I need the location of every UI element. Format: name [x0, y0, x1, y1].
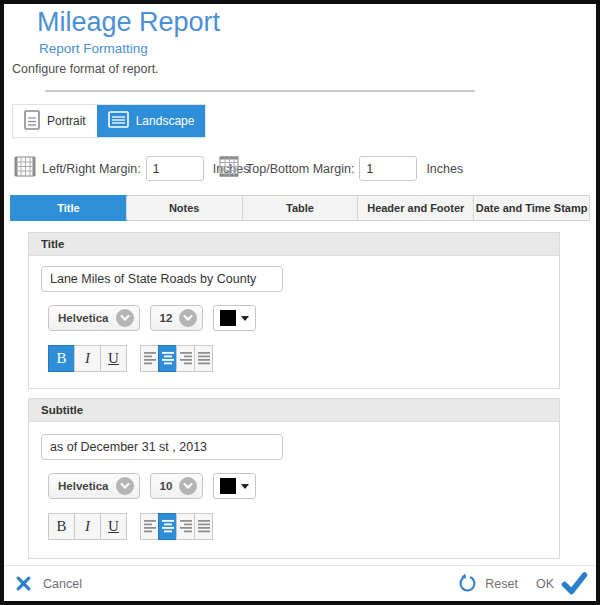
title-font-family-value: Helvetica	[58, 312, 109, 324]
format-tabs: Title Notes Table Header and Footer Date…	[10, 195, 590, 221]
dropdown-arrow-icon	[241, 316, 249, 321]
subtitle-text-input[interactable]	[41, 434, 283, 460]
chevron-down-icon	[116, 477, 134, 495]
page-description: Configure format of report.	[12, 62, 159, 76]
top-bottom-margin-group: Top/Bottom Margin: Inches	[218, 154, 463, 183]
reset-icon[interactable]	[457, 573, 478, 594]
subtitle-bold-button[interactable]: B	[48, 513, 75, 540]
portrait-button[interactable]: Portrait	[13, 105, 97, 137]
tab-title[interactable]: Title	[10, 195, 127, 221]
subtitle-align-right-button[interactable]	[176, 513, 195, 540]
portrait-label: Portrait	[47, 114, 86, 128]
title-font-color-picker[interactable]	[213, 305, 256, 331]
cancel-button[interactable]: Cancel	[43, 577, 82, 591]
ok-check-icon[interactable]	[561, 572, 588, 595]
row-margin-grid-icon	[218, 154, 240, 183]
landscape-button[interactable]: Landscape	[97, 105, 206, 137]
title-italic-button[interactable]: I	[74, 345, 101, 372]
left-right-margin-input[interactable]	[146, 156, 204, 181]
title-section-heading: Title	[29, 233, 559, 256]
left-right-margin-group: Left/Right Margin: Inches	[14, 154, 250, 183]
orientation-toggle: Portrait Landscape	[12, 104, 206, 138]
title-section: Title Helvetica 12 B I U	[28, 232, 560, 389]
subtitle-align-justify-button[interactable]	[194, 513, 213, 540]
subtitle-section: Subtitle Helvetica 10 B I U	[28, 398, 560, 559]
subtitle-style-row: B I U	[48, 513, 213, 540]
tab-date-and-time-stamp[interactable]: Date and Time Stamp	[473, 196, 589, 220]
title-font-size-value: 12	[160, 312, 173, 324]
title-align-center-button[interactable]	[158, 345, 177, 372]
top-bottom-margin-units: Inches	[426, 162, 463, 176]
subtitle-align-group	[140, 513, 213, 540]
top-bottom-margin-label: Top/Bottom Margin:	[246, 162, 354, 176]
chevron-down-icon	[116, 309, 134, 327]
color-swatch	[220, 310, 236, 326]
page-subtitle: Report Formatting	[39, 41, 148, 56]
top-bottom-margin-input[interactable]	[359, 156, 417, 181]
title-font-size-dropdown[interactable]: 12	[150, 305, 204, 331]
title-align-left-button[interactable]	[140, 345, 159, 372]
subtitle-font-row: Helvetica 10	[48, 473, 256, 499]
ok-button[interactable]: OK	[536, 577, 554, 591]
title-align-group	[140, 345, 213, 372]
subtitle-align-center-button[interactable]	[158, 513, 177, 540]
subtitle-underline-button[interactable]: U	[100, 513, 127, 540]
title-align-justify-button[interactable]	[194, 345, 213, 372]
left-right-margin-label: Left/Right Margin:	[42, 162, 141, 176]
dialog-footer: Cancel Reset OK	[4, 565, 596, 601]
landscape-label: Landscape	[136, 114, 195, 128]
subtitle-font-size-value: 10	[160, 480, 173, 492]
subtitle-font-family-value: Helvetica	[58, 480, 109, 492]
subtitle-section-heading: Subtitle	[29, 399, 559, 422]
title-align-right-button[interactable]	[176, 345, 195, 372]
title-font-family-dropdown[interactable]: Helvetica	[48, 305, 140, 331]
page-title: Mileage Report	[37, 7, 220, 38]
chevron-down-icon	[179, 309, 197, 327]
tab-table[interactable]: Table	[242, 196, 358, 220]
chevron-down-icon	[179, 477, 197, 495]
landscape-page-icon	[108, 111, 129, 131]
subtitle-italic-button[interactable]: I	[74, 513, 101, 540]
tab-header-and-footer[interactable]: Header and Footer	[357, 196, 473, 220]
title-bold-button[interactable]: B	[48, 345, 75, 372]
subtitle-align-left-button[interactable]	[140, 513, 159, 540]
subtitle-font-color-picker[interactable]	[213, 473, 256, 499]
reset-button[interactable]: Reset	[485, 577, 518, 591]
title-text-input[interactable]	[41, 266, 283, 292]
title-font-row: Helvetica 12	[48, 305, 256, 331]
tab-notes[interactable]: Notes	[126, 196, 242, 220]
column-margin-grid-icon	[14, 154, 36, 183]
mileage-report-dialog: Mileage Report Report Formatting Configu…	[0, 0, 600, 605]
subtitle-font-family-dropdown[interactable]: Helvetica	[48, 473, 140, 499]
color-swatch	[220, 478, 236, 494]
portrait-page-icon	[24, 110, 40, 133]
subtitle-font-size-dropdown[interactable]: 10	[150, 473, 204, 499]
title-style-row: B I U	[48, 345, 213, 372]
header-divider	[45, 90, 475, 92]
dropdown-arrow-icon	[241, 484, 249, 489]
cancel-x-icon[interactable]	[16, 576, 31, 591]
title-underline-button[interactable]: U	[100, 345, 127, 372]
